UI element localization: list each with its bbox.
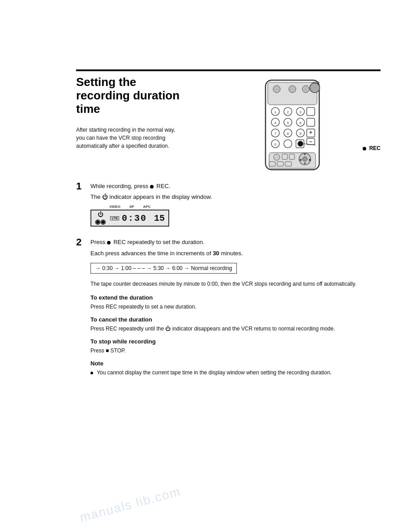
svg-point-40 (303, 157, 307, 161)
note-text: You cannot display the current tape time… (90, 369, 390, 377)
svg-point-3 (289, 86, 296, 93)
svg-text:9: 9 (299, 132, 301, 136)
svg-point-4 (302, 86, 309, 93)
svg-point-5 (310, 83, 320, 93)
svg-text:–: – (309, 138, 312, 145)
svg-point-33 (284, 140, 292, 148)
main-content: Setting the recording duration time Afte… (76, 76, 390, 377)
title-area: Setting the recording duration time Afte… (76, 76, 193, 150)
display-header-labels: VIDEO SP APC (109, 205, 390, 209)
subsection-stop: To stop while recording Press ■ STOP. (90, 338, 390, 355)
remote-area: +VID 1 2 3 4 5 6 (197, 76, 390, 174)
subsection-cancel-title: To cancel the duration (90, 316, 390, 323)
svg-text:4: 4 (274, 121, 276, 125)
power-icon: ⏻ (98, 211, 103, 217)
svg-rect-13 (307, 107, 315, 116)
svg-point-2 (273, 86, 280, 93)
subsection-cancel: To cancel the duration Press REC repeate… (90, 316, 390, 333)
subsection-extend-title: To extend the duration (90, 294, 390, 301)
svg-text:3: 3 (299, 110, 301, 114)
step-2-sub: Each press advances the time in incremen… (90, 249, 390, 257)
subsection-stop-text: Press ■ STOP. (90, 347, 390, 355)
display-left-icons: ⏻ ◉◉ (95, 211, 106, 225)
svg-rect-20 (307, 118, 315, 126)
step-1-content: While recording, press REC. The ⏻ indica… (90, 182, 390, 232)
note-title: Note (90, 360, 390, 367)
intro-text: After starting recording in the normal w… (76, 126, 179, 150)
svg-text:8: 8 (287, 132, 289, 136)
step-1: 1 While recording, press REC. The ⏻ indi… (76, 182, 390, 232)
rec-bullet-2 (107, 241, 111, 245)
step-2-number: 2 (76, 237, 90, 247)
cassette-icon: ◉◉ (95, 218, 106, 225)
step-2: 2 Press REC repeatedly to set the durati… (76, 238, 390, 287)
steps-area: 1 While recording, press REC. The ⏻ indi… (76, 182, 390, 288)
display-number-right: 15 (154, 213, 165, 223)
remote-illustration: +VID 1 2 3 4 5 6 (252, 76, 335, 174)
svg-text:+VID: +VID (313, 81, 320, 84)
note-bullet (90, 372, 93, 374)
subsection-extend-text: Press REC repeatedly to set a new durati… (90, 303, 390, 311)
rec-bullet-1 (150, 185, 154, 189)
svg-point-36 (274, 154, 280, 160)
display-counter: 0:30 (122, 213, 147, 223)
vtr-badge: VTR (110, 216, 119, 220)
top-bar (76, 69, 381, 71)
watermark: manuals lib.com (78, 484, 183, 525)
cassette-icons: ◉◉ (95, 218, 106, 225)
rec-label-text: REC (369, 145, 381, 151)
note-section: Note You cannot display the current tape… (90, 360, 390, 377)
step-1-sub: The ⏻ indicator appears in the display w… (90, 193, 390, 201)
step-2-main: Press REC repeatedly to set the duration… (90, 238, 390, 246)
step-2-note: The tape counter decreases minute by min… (90, 280, 390, 288)
svg-text:2: 2 (287, 110, 289, 114)
label-video: VIDEO (109, 205, 120, 209)
progress-sequence: → 0:30 → 1:00 – – – → 5:30 → 6:00 → Norm… (90, 263, 237, 274)
svg-text:7: 7 (274, 132, 276, 136)
rec-label: REC (363, 145, 381, 151)
svg-text:0: 0 (274, 142, 276, 146)
svg-text:1: 1 (274, 110, 276, 114)
page-container: Setting the recording duration time Afte… (0, 69, 411, 532)
subsections: To extend the duration Press REC repeate… (90, 294, 390, 377)
step-1-number: 1 (76, 181, 90, 191)
page-title: Setting the recording duration time (76, 76, 193, 116)
label-apc: APC (143, 205, 151, 209)
step-2-content: Press REC repeatedly to set the duration… (90, 238, 390, 287)
display-window-container: VIDEO SP APC ⏻ ◉◉ VTR (90, 205, 390, 230)
subsection-cancel-text: Press REC repeatedly until the ⏻ indicat… (90, 325, 390, 333)
svg-text:6: 6 (299, 121, 301, 125)
step-1-main: While recording, press REC. (90, 182, 390, 190)
svg-point-48 (298, 141, 303, 146)
svg-text:+: + (309, 129, 312, 136)
display-window: ⏻ ◉◉ VTR 0:30 15 (90, 210, 169, 227)
header-section: Setting the recording duration time Afte… (76, 76, 390, 174)
subsection-stop-title: To stop while recording (90, 338, 390, 345)
label-sp: SP (129, 205, 134, 209)
svg-text:5: 5 (287, 121, 289, 125)
svg-text:▲: ▲ (303, 152, 306, 155)
subsection-extend: To extend the duration Press REC repeate… (90, 294, 390, 311)
svg-text:▼: ▼ (303, 162, 306, 165)
rec-dot (363, 147, 366, 150)
